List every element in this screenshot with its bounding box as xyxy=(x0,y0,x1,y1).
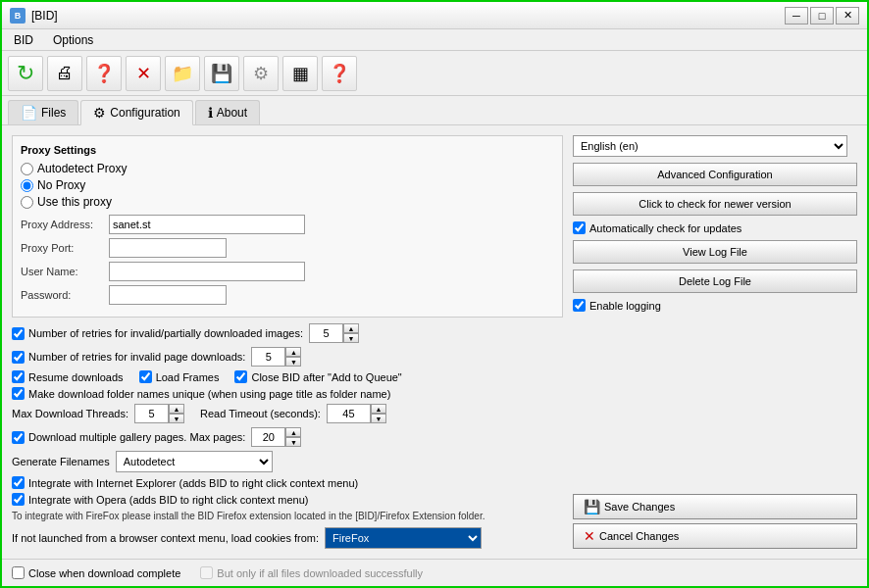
config-tab-icon: ⚙ xyxy=(93,105,106,121)
delete-log-button[interactable]: Delete Log File xyxy=(573,270,857,293)
retries-page-up[interactable]: ▲ xyxy=(285,347,301,357)
read-timeout-down[interactable]: ▼ xyxy=(371,414,386,423)
read-timeout-input[interactable] xyxy=(327,404,371,423)
proxy-autodetect-radio[interactable]: Autodetect Proxy xyxy=(21,162,554,175)
auto-check-updates-checkbox[interactable] xyxy=(573,221,586,234)
proxy-use-radio[interactable]: Use this proxy xyxy=(21,195,554,209)
retries-invalid-input[interactable] xyxy=(309,323,343,343)
close-on-complete-checkbox[interactable] xyxy=(12,566,25,579)
but-only-check[interactable]: But only if all files downloaded success… xyxy=(200,566,423,579)
unique-folders-checkbox[interactable] xyxy=(12,387,25,400)
refresh-toolbar-btn[interactable]: ↻ xyxy=(8,56,43,91)
save-toolbar-btn[interactable]: 💾 xyxy=(204,56,239,91)
ie-integrate-label: Integrate with Internet Explorer (adds B… xyxy=(28,477,358,489)
retries-page-spinner: ▲ ▼ xyxy=(251,347,301,367)
retries-invalid-down[interactable]: ▼ xyxy=(343,333,359,343)
proxy-username-input[interactable] xyxy=(109,262,305,281)
but-only-label: But only if all files downloaded success… xyxy=(217,567,423,579)
multi-gallery-spin-btns: ▲ ▼ xyxy=(285,427,301,447)
multi-gallery-input[interactable] xyxy=(251,427,285,447)
cancel-changes-button[interactable]: ✕ Cancel Changes xyxy=(573,523,857,549)
print-toolbar-btn[interactable]: 🖨 xyxy=(47,56,82,91)
cookies-select[interactable]: FireFox Internet Explorer Opera None xyxy=(325,527,482,549)
multi-gallery-check[interactable]: Download multiple gallery pages. Max pag… xyxy=(12,431,245,444)
proxy-username-label: User Name: xyxy=(21,266,109,277)
retries-invalid-up[interactable]: ▲ xyxy=(343,323,359,333)
proxy-none-radio[interactable]: No Proxy xyxy=(21,178,554,192)
max-threads-input[interactable] xyxy=(134,404,169,423)
grid-toolbar-btn[interactable]: ▦ xyxy=(282,56,318,91)
multi-gallery-up[interactable]: ▲ xyxy=(285,427,301,437)
proxy-password-input[interactable] xyxy=(109,285,227,305)
enable-logging-checkbox[interactable] xyxy=(573,299,586,312)
opera-integrate-check[interactable]: Integrate with Opera (adds BID to right … xyxy=(12,493,563,506)
max-threads-down[interactable]: ▼ xyxy=(169,414,184,423)
retries-invalid-checkbox[interactable] xyxy=(12,327,25,340)
menu-options[interactable]: Options xyxy=(45,31,101,49)
ie-integrate-check[interactable]: Integrate with Internet Explorer (adds B… xyxy=(12,476,563,489)
generate-filenames-select[interactable]: Autodetect Sequential Original xyxy=(116,451,273,472)
read-timeout-up[interactable]: ▲ xyxy=(371,404,386,414)
right-panel: English (en) German (de) French (fr) Spa… xyxy=(573,135,857,549)
tab-about[interactable]: ℹ About xyxy=(195,100,260,124)
settings-toolbar-btn[interactable]: ⚙ xyxy=(243,56,279,91)
proxy-port-input[interactable] xyxy=(109,238,227,258)
generate-filenames-row: Generate Filenames Autodetect Sequential… xyxy=(12,451,563,472)
close-bid-check[interactable]: Close BID after "Add to Queue" xyxy=(234,370,401,383)
resume-downloads-check[interactable]: Resume downloads xyxy=(12,370,124,383)
menu-bid[interactable]: BID xyxy=(6,31,41,49)
settings-section: Number of retries for invalid/partially … xyxy=(12,323,563,549)
minimize-button[interactable]: ─ xyxy=(785,7,808,24)
enable-logging-label: Enable logging xyxy=(589,300,661,312)
advanced-config-button[interactable]: Advanced Configuration xyxy=(573,163,857,186)
files-tab-label: Files xyxy=(41,106,66,120)
check-version-button[interactable]: Click to check for newer version xyxy=(573,192,857,216)
load-frames-checkbox[interactable] xyxy=(139,370,152,383)
close-button[interactable]: ✕ xyxy=(836,7,859,24)
view-log-button[interactable]: View Log File xyxy=(573,240,857,264)
proxy-none-input[interactable] xyxy=(21,179,33,192)
proxy-port-label: Proxy Port: xyxy=(21,242,109,254)
retries-invalid-check[interactable]: Number of retries for invalid/partially … xyxy=(12,327,303,340)
retries-page-label: Number of retries for invalid page downl… xyxy=(28,351,245,363)
multi-gallery-down[interactable]: ▼ xyxy=(285,437,301,447)
retries-page-check[interactable]: Number of retries for invalid page downl… xyxy=(12,351,245,364)
proxy-address-input[interactable] xyxy=(109,215,305,234)
folder-toolbar-btn[interactable]: 📁 xyxy=(165,56,200,91)
close-on-complete-check[interactable]: Close when download complete xyxy=(12,566,180,579)
load-frames-check[interactable]: Load Frames xyxy=(139,370,220,383)
resume-downloads-checkbox[interactable] xyxy=(12,370,25,383)
opera-integrate-label: Integrate with Opera (adds BID to right … xyxy=(28,494,309,506)
max-threads-up[interactable]: ▲ xyxy=(169,404,184,414)
proxy-use-input[interactable] xyxy=(21,196,33,209)
auto-check-updates-check[interactable]: Automatically check for updates xyxy=(573,221,857,234)
max-threads-row: Max Download Threads: ▲ ▼ xyxy=(12,404,184,423)
tab-files[interactable]: 📄 Files xyxy=(8,100,78,124)
save-changes-button[interactable]: 💾 Save Changes xyxy=(573,494,857,519)
opera-integrate-checkbox[interactable] xyxy=(12,493,25,506)
multi-gallery-checkbox[interactable] xyxy=(12,431,25,444)
enable-logging-check[interactable]: Enable logging xyxy=(573,299,857,312)
close-bid-checkbox[interactable] xyxy=(234,370,247,383)
retries-invalid-label: Number of retries for invalid/partially … xyxy=(28,327,303,339)
proxy-group: Proxy Settings Autodetect Proxy No Proxy… xyxy=(12,135,563,318)
help-toolbar-btn[interactable]: ❓ xyxy=(86,56,122,91)
language-select[interactable]: English (en) German (de) French (fr) Spa… xyxy=(573,135,847,157)
unique-folders-check[interactable]: Make download folder names unique (when … xyxy=(12,387,563,400)
about-toolbar-btn[interactable]: ❓ xyxy=(322,56,357,91)
retries-page-input[interactable] xyxy=(251,347,285,367)
stop-toolbar-btn[interactable]: ✕ xyxy=(126,56,161,91)
retries-page-checkbox[interactable] xyxy=(12,351,25,364)
ie-integrate-checkbox[interactable] xyxy=(12,476,25,489)
but-only-checkbox[interactable] xyxy=(200,566,213,579)
retries-page-down[interactable]: ▼ xyxy=(285,357,301,367)
maximize-button[interactable]: □ xyxy=(810,7,834,24)
proxy-password-row: Password: xyxy=(21,285,554,305)
title-bar-left: B [BID] xyxy=(10,8,58,24)
tab-bar: 📄 Files ⚙ Configuration ℹ About xyxy=(2,96,867,125)
firefox-note: To integrate with FireFox please install… xyxy=(12,510,563,523)
proxy-autodetect-input[interactable] xyxy=(21,163,33,175)
tab-configuration[interactable]: ⚙ Configuration xyxy=(80,100,192,125)
proxy-address-row: Proxy Address: xyxy=(21,215,554,234)
unique-folders-label: Make download folder names unique (when … xyxy=(28,388,390,400)
